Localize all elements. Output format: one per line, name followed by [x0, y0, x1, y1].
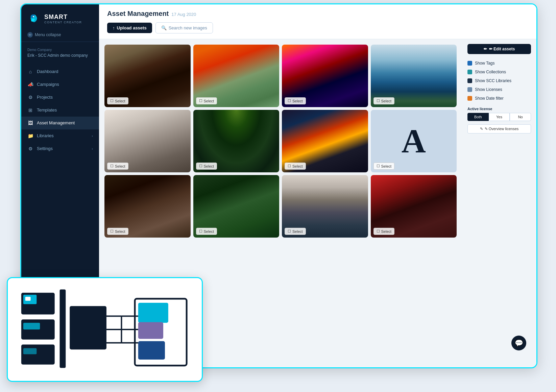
- checkbox-icon: ☐: [288, 164, 291, 168]
- sidebar-item-label: Libraries: [37, 133, 54, 138]
- select-button[interactable]: ☐ Select: [373, 163, 395, 170]
- filter-show-licenses[interactable]: Show Licenses: [467, 85, 531, 94]
- sidebar-item-templates[interactable]: ⊞ Templates: [21, 104, 99, 117]
- filter-show-collections[interactable]: Show Collections: [467, 68, 531, 76]
- logo-subtitle: Content Creator: [44, 21, 82, 24]
- checkbox-icon: ☐: [288, 99, 291, 103]
- settings-icon: ⚙: [27, 146, 33, 151]
- sidebar-item-settings[interactable]: ⚙ Settings ›: [21, 142, 99, 155]
- select-button[interactable]: ☐ Select: [107, 97, 128, 104]
- sidebar-item-label: Settings: [37, 146, 53, 151]
- select-button[interactable]: ☐ Select: [107, 228, 128, 235]
- license-both-button[interactable]: Both: [467, 113, 489, 121]
- select-button[interactable]: ☐ Select: [196, 228, 217, 235]
- filter-dot-icon: [467, 61, 472, 66]
- filter-label: Show SCC Libraries: [475, 78, 511, 83]
- sidebar-item-projects[interactable]: ⚙ Projects: [21, 91, 99, 104]
- menu-collapse-label: Menu collapse: [35, 32, 61, 37]
- edit-assets-button[interactable]: ✏ ✏ Edit assets: [467, 44, 531, 54]
- filter-label: Show Licenses: [475, 87, 502, 92]
- chevron-right-icon: ›: [92, 147, 93, 151]
- sidebar-item-label: Campaigns: [37, 82, 59, 87]
- checkbox-icon: ☐: [288, 229, 291, 234]
- user-info: Demo Company Erik - SCC Admin demo compa…: [21, 45, 99, 63]
- logo-area: SMART Content Creator: [21, 4, 99, 30]
- filter-dot-icon: [467, 96, 472, 101]
- image-cell: ☐ Select: [371, 175, 457, 238]
- logo-bird-icon: [27, 12, 41, 25]
- checkbox-icon: ☐: [199, 99, 202, 103]
- select-button[interactable]: ☐ Select: [285, 163, 306, 170]
- filter-label: Show Collections: [475, 70, 506, 74]
- username: Erik - SCC Admin demo company: [27, 53, 93, 58]
- image-cell: ☐ Select: [193, 175, 280, 238]
- image-cell: ☐ Select: [193, 110, 280, 172]
- edit-icon: ✏: [484, 47, 487, 51]
- image-cell: ☐ Select: [371, 45, 457, 107]
- svg-rect-19: [138, 341, 165, 360]
- select-button[interactable]: ☐ Select: [196, 97, 217, 104]
- menu-collapse-btn[interactable]: 👁 Menu collapse: [21, 30, 99, 42]
- diagram-overlay: [7, 277, 203, 382]
- license-no-button[interactable]: No: [510, 113, 531, 121]
- select-button[interactable]: ☐ Select: [107, 163, 128, 170]
- checkbox-icon: ☐: [110, 99, 114, 103]
- search-icon: 🔍: [161, 25, 167, 30]
- chevron-right-icon: ›: [92, 134, 93, 138]
- logo-name: SMART: [44, 14, 82, 21]
- checkbox-icon: ☐: [377, 229, 380, 234]
- sidebar-item-campaigns[interactable]: 📣 Campaigns: [21, 78, 99, 91]
- image-cell: ☐ Select: [104, 175, 191, 238]
- svg-rect-18: [138, 322, 163, 339]
- sidebar-item-label: Asset Management: [37, 120, 75, 125]
- upload-assets-button[interactable]: ↑ Upload assets: [107, 23, 152, 33]
- license-toggle: Both Yes No: [467, 113, 531, 121]
- letter-a: A: [402, 124, 426, 158]
- image-cell-letter-a: A ☐ Select: [371, 110, 457, 172]
- templates-icon: ⊞: [27, 107, 33, 113]
- chat-icon: 💬: [515, 339, 523, 347]
- svg-rect-5: [23, 323, 40, 329]
- filter-dot-icon: [467, 87, 472, 92]
- filter-dot-icon: [467, 78, 472, 83]
- svg-point-0: [33, 16, 34, 17]
- sidebar-item-label: Projects: [37, 95, 53, 100]
- page-title: Asset Management 17 Aug 2020: [107, 10, 528, 18]
- chat-button[interactable]: 💬: [511, 336, 526, 350]
- sidebar-item-asset-management[interactable]: 🖼 Asset Management: [21, 117, 99, 129]
- select-button[interactable]: ☐ Select: [285, 97, 306, 104]
- overview-licenses-button[interactable]: ✎ ✎ Overview licenses: [467, 124, 531, 133]
- overview-icon: ✎: [480, 127, 483, 131]
- search-new-images-button[interactable]: 🔍 Search new images: [155, 22, 213, 33]
- sidebar-item-dashboard[interactable]: ⌂ Dashboard: [21, 65, 99, 78]
- select-button[interactable]: ☐ Select: [373, 228, 395, 235]
- upload-icon: ↑: [113, 25, 115, 30]
- right-panel: ✏ ✏ Edit assets Show Tags Show Collectio…: [462, 39, 536, 363]
- select-button[interactable]: ☐ Select: [285, 228, 306, 235]
- campaigns-icon: 📣: [27, 82, 33, 87]
- logo-text: SMART Content Creator: [44, 14, 82, 24]
- svg-rect-9: [70, 306, 106, 350]
- sidebar-item-libraries[interactable]: 📁 Libraries ›: [21, 129, 99, 142]
- license-yes-button[interactable]: Yes: [489, 113, 510, 121]
- collapse-icon: 👁: [27, 32, 33, 38]
- svg-rect-6: [21, 344, 55, 364]
- diagram-svg: [18, 285, 192, 374]
- projects-icon: ⚙: [27, 95, 33, 100]
- select-button[interactable]: ☐ Select: [373, 97, 395, 104]
- checkbox-icon: ☐: [199, 164, 202, 168]
- image-cell: ☐ Select: [104, 110, 191, 172]
- asset-management-icon: 🖼: [27, 120, 33, 126]
- svg-rect-7: [23, 348, 37, 354]
- filter-show-scc-libraries[interactable]: Show SCC Libraries: [467, 76, 531, 85]
- sidebar-item-label: Dashboard: [37, 69, 58, 74]
- filter-show-date[interactable]: Show Date filter: [467, 94, 531, 103]
- filter-label: Show Date filter: [475, 96, 504, 101]
- image-cell: ☐ Select: [193, 45, 280, 107]
- sidebar-item-label: Templates: [37, 107, 57, 113]
- libraries-icon: 📁: [27, 133, 33, 139]
- checkbox-icon: ☐: [377, 164, 380, 168]
- svg-rect-8: [60, 289, 66, 368]
- select-button[interactable]: ☐ Select: [196, 163, 217, 170]
- filter-show-tags[interactable]: Show Tags: [467, 59, 531, 68]
